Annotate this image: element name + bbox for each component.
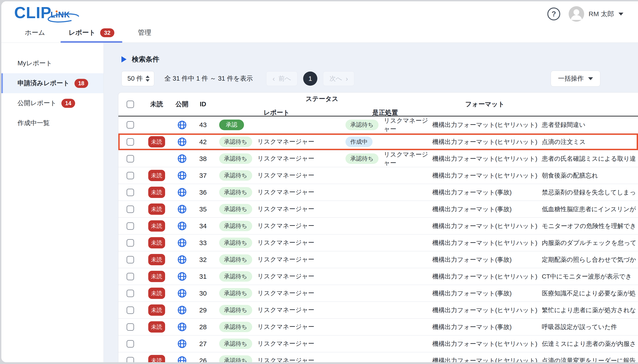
globe-icon[interactable]: [177, 221, 187, 231]
list-controls: 50 件 全 31 件中 1 件 ～ 31 件を表示 ‹ 前へ 1 次へ ›: [121, 71, 600, 86]
report-status-badge: 承認待ち: [219, 221, 252, 231]
table-row[interactable]: 未読 34 承認待ち リスクマネージャー 機構出力フォーマット(ヒヤリハット) …: [118, 218, 638, 234]
globe-icon[interactable]: [177, 238, 187, 248]
chevron-down-icon: [618, 12, 623, 16]
globe-icon[interactable]: [177, 272, 187, 282]
report-status-actor: リスクマネージャー: [257, 138, 314, 146]
row-checkbox[interactable]: [127, 239, 134, 247]
report-status-badge: 承認待ち: [219, 204, 252, 214]
header-status-correction: 是正処置: [340, 108, 431, 117]
table-row[interactable]: 38 承認待ち リスクマネージャー 承認待ち リスクマネージャー 機構出力フォー…: [118, 150, 638, 167]
globe-icon[interactable]: [177, 339, 187, 349]
row-id: 42: [193, 138, 213, 146]
report-status-badge: 承認待ち: [219, 288, 252, 299]
help-icon[interactable]: ?: [547, 8, 560, 20]
globe-icon[interactable]: [177, 204, 187, 214]
header-status-group: ステータス レポート 是正処置: [213, 92, 431, 116]
table-row[interactable]: 未読 29 承認待ち リスクマネージャー 機構出力フォーマット(ヒヤリハット) …: [118, 302, 638, 318]
app-window: CLIP LiNK ホーム レポート 32 管理 ?: [1, 1, 638, 362]
row-checkbox[interactable]: [127, 206, 134, 213]
row-checkbox[interactable]: [127, 306, 134, 314]
table-row[interactable]: 27 承認待ち リスクマネージャー 機構出力フォーマット(ヒヤリハット) 伝達ミ…: [118, 335, 638, 352]
bulk-actions-button[interactable]: 一括操作: [551, 71, 600, 86]
report-status-actor: リスクマネージャー: [257, 255, 314, 264]
table-row[interactable]: 未読 28 承認待ち リスクマネージャー 機構出力フォーマット(事故) 呼吸器設…: [118, 318, 638, 335]
row-checkbox[interactable]: [127, 172, 134, 179]
sidebar-item-drafts[interactable]: 作成中一覧: [1, 113, 104, 133]
row-id: 31: [193, 273, 213, 280]
report-status-badge: 承認待ち: [219, 238, 252, 248]
table-row[interactable]: 未読 32 承認待ち リスクマネージャー 機構出力フォーマット(事故) 定期配薬…: [118, 251, 638, 268]
globe-icon[interactable]: [177, 305, 187, 315]
table-row[interactable]: 未読 33 承認待ち リスクマネージャー 機構出力フォーマット(ヒヤリハット) …: [118, 234, 638, 251]
table-row[interactable]: 未読 36 承認待ち リスクマネージャー 機構出力フォーマット(事故) 禁忌薬剤…: [118, 184, 638, 200]
globe-icon[interactable]: [177, 154, 187, 164]
row-id: 36: [193, 189, 213, 196]
prev-page-button[interactable]: ‹ 前へ: [266, 71, 297, 86]
correction-status-badge: 承認待ち: [346, 154, 379, 164]
globe-icon[interactable]: [177, 170, 187, 180]
tab-reports[interactable]: レポート 32: [60, 24, 123, 42]
current-page-button[interactable]: 1: [303, 72, 317, 86]
row-id: 37: [193, 172, 213, 179]
table-row[interactable]: 43 承認 承認待ち リスクマネージャー 機構出力フォーマット(ヒヤリハット) …: [118, 116, 638, 133]
globe-icon[interactable]: [177, 187, 187, 197]
app-logo[interactable]: CLIP LiNK: [14, 4, 70, 21]
table-row[interactable]: 未読 42 承認待ち リスクマネージャー 作成中 機構出力フォーマット(ヒヤリハ…: [118, 133, 638, 150]
globe-icon[interactable]: [177, 137, 187, 147]
globe-icon[interactable]: [177, 288, 187, 298]
row-checkbox[interactable]: [127, 121, 134, 129]
sidebar-item-published-reports[interactable]: 公開レポート 14: [1, 93, 104, 113]
correction-status-badge: 作成中: [346, 136, 373, 147]
table-row[interactable]: 未読 26 承認待ち リスクマネージャー 機構出力フォーマット(ヒヤリハット) …: [118, 352, 638, 362]
row-checkbox[interactable]: [127, 155, 134, 162]
globe-icon[interactable]: [177, 254, 187, 264]
report-status-actor: リスクマネージャー: [257, 356, 314, 362]
row-checkbox[interactable]: [127, 357, 134, 362]
sidebar-item-my-reports[interactable]: Myレポート: [1, 53, 104, 73]
search-conditions-toggle[interactable]: 検索条件: [121, 55, 638, 64]
row-id: 32: [193, 256, 213, 264]
row-title: 繁忙により患者に薬が処方されな: [539, 306, 638, 314]
header-right-controls: ? RM 太郎: [547, 6, 623, 22]
row-id: 38: [193, 155, 213, 162]
row-checkbox[interactable]: [127, 256, 134, 264]
table-header: 未読 公開 ID ステータス レポート 是正処置 フォーマット: [118, 92, 638, 116]
row-title: 禁忌薬剤の登録を失念してしまっ: [539, 188, 638, 196]
row-checkbox[interactable]: [127, 222, 134, 230]
table-row[interactable]: 未読 35 承認待ち リスクマネージャー 機構出力フォーマット(事故) 低血糖性…: [118, 200, 638, 218]
row-checkbox[interactable]: [127, 138, 134, 146]
user-menu[interactable]: RM 太郎: [569, 6, 623, 22]
next-page-button[interactable]: 次へ ›: [323, 71, 354, 86]
select-all-checkbox[interactable]: [127, 100, 134, 108]
row-format: 機構出力フォーマット(ヒヤリハット): [431, 222, 539, 230]
expand-triangle-icon: [121, 56, 127, 62]
unread-badge: 未読: [148, 271, 165, 282]
table-row[interactable]: 未読 31 承認待ち リスクマネージャー 機構出力フォーマット(ヒヤリハット) …: [118, 268, 638, 285]
globe-icon[interactable]: [177, 356, 187, 362]
row-title: 朝食後薬の配膳忘れ: [539, 171, 638, 180]
report-status-badge: 承認待ち: [219, 170, 252, 181]
report-status-badge: 承認待ち: [219, 322, 252, 332]
row-checkbox[interactable]: [127, 323, 134, 331]
page-size-select[interactable]: 50 件: [121, 71, 154, 86]
row-checkbox[interactable]: [127, 273, 134, 280]
report-status-badge: 承認待ち: [219, 154, 252, 164]
row-checkbox[interactable]: [127, 290, 134, 297]
row-title: 定期配薬の照らし合わせで気づか: [539, 256, 638, 264]
row-checkbox[interactable]: [127, 340, 134, 348]
row-title: 呼吸器設定が誤っていた件: [539, 323, 638, 331]
row-format: 機構出力フォーマット(ヒヤリハット): [431, 306, 539, 314]
tab-home[interactable]: ホーム: [16, 24, 54, 42]
search-conditions-title: 検索条件: [132, 55, 159, 64]
globe-icon[interactable]: [177, 322, 187, 332]
row-checkbox[interactable]: [127, 189, 134, 196]
sidebar: Myレポート 申請済みレポート 18 公開レポート 14 作成中一覧: [1, 43, 104, 362]
logo-orange-dot: [56, 10, 58, 12]
tab-admin[interactable]: 管理: [129, 24, 160, 42]
sidebar-item-submitted-reports[interactable]: 申請済みレポート 18: [1, 73, 104, 93]
report-status-actor: リスクマネージャー: [257, 322, 314, 331]
globe-icon[interactable]: [177, 120, 187, 130]
table-row[interactable]: 未読 37 承認待ち リスクマネージャー 機構出力フォーマット(ヒヤリハット) …: [118, 167, 638, 184]
table-row[interactable]: 未読 30 承認待ち リスクマネージャー 機構出力フォーマット(事故) 医療知識…: [118, 285, 638, 302]
